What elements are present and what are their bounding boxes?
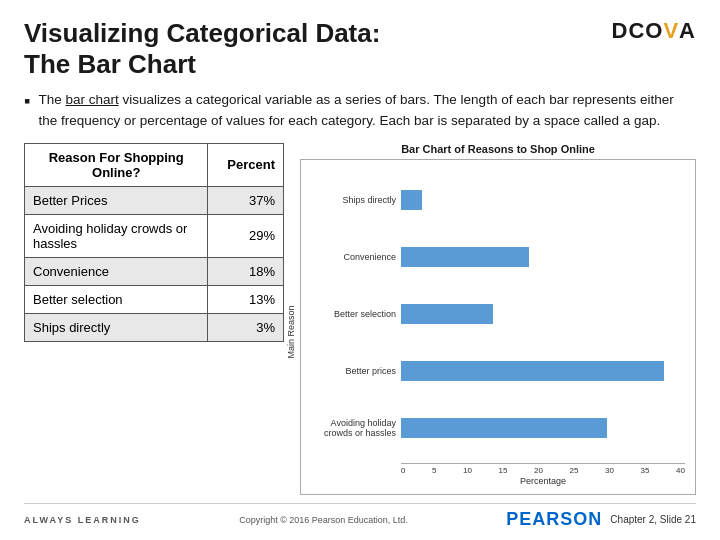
table-cell-reason: Avoiding holiday crowds or hassles bbox=[25, 214, 208, 257]
x-tick: 35 bbox=[641, 466, 650, 475]
table-header-percent: Percent bbox=[208, 143, 284, 186]
copyright: Copyright © 2016 Pearson Education, Ltd. bbox=[239, 515, 408, 525]
x-tick: 40 bbox=[676, 466, 685, 475]
dco-logo: DCOVA bbox=[612, 18, 696, 44]
bar-fill bbox=[401, 247, 529, 267]
table-cell-percent: 37% bbox=[208, 186, 284, 214]
bar-chart-term: bar chart bbox=[65, 92, 118, 107]
bar-label: Avoiding holiday crowds or hassles bbox=[301, 418, 396, 440]
bar-fill bbox=[401, 418, 607, 438]
bar-label: Convenience bbox=[301, 252, 396, 263]
x-tick: 5 bbox=[432, 466, 436, 475]
table-cell-reason: Better Prices bbox=[25, 186, 208, 214]
page: Visualizing Categorical Data: The Bar Ch… bbox=[0, 0, 720, 540]
chapter-label: Chapter 2, Slide 21 bbox=[610, 514, 696, 525]
table-cell-reason: Convenience bbox=[25, 257, 208, 285]
x-tick: 20 bbox=[534, 466, 543, 475]
bullet-section: ▪ The bar chart visualizes a categorical… bbox=[24, 90, 696, 131]
bar-row: Convenience bbox=[401, 243, 685, 271]
x-tick: 30 bbox=[605, 466, 614, 475]
logo-v: V bbox=[663, 18, 679, 44]
table-cell-reason: Ships directly bbox=[25, 313, 208, 341]
table-header-reason: Reason For Shopping Online? bbox=[25, 143, 208, 186]
y-axis-label: Main Reason bbox=[286, 287, 296, 377]
logo-dco-text: DCO bbox=[612, 18, 664, 44]
bar-fill bbox=[401, 304, 493, 324]
bullet-dot: ▪ bbox=[24, 88, 30, 115]
x-tick: 25 bbox=[570, 466, 579, 475]
x-tick: 10 bbox=[463, 466, 472, 475]
x-axis: 0510152025303540 bbox=[401, 466, 685, 475]
main-content: Reason For Shopping Online? Percent Bett… bbox=[24, 143, 696, 495]
data-table: Reason For Shopping Online? Percent Bett… bbox=[24, 143, 284, 342]
chart-area: Main Reason Ships directlyConvenienceBet… bbox=[300, 159, 696, 495]
title-block: Visualizing Categorical Data: The Bar Ch… bbox=[24, 18, 696, 80]
table-cell-percent: 18% bbox=[208, 257, 284, 285]
bar-row: Ships directly bbox=[401, 186, 685, 214]
bar-row: Better prices bbox=[401, 357, 685, 385]
chart-title: Bar Chart of Reasons to Shop Online bbox=[300, 143, 696, 155]
logo-a: A bbox=[679, 18, 696, 44]
bar-label: Better prices bbox=[301, 366, 396, 377]
table-cell-percent: 3% bbox=[208, 313, 284, 341]
chart-container: Bar Chart of Reasons to Shop Online Main… bbox=[300, 143, 696, 495]
title-line2: The Bar Chart bbox=[24, 49, 196, 79]
page-title: Visualizing Categorical Data: The Bar Ch… bbox=[24, 18, 380, 80]
table-cell-percent: 13% bbox=[208, 285, 284, 313]
pearson-logo: PEARSON bbox=[506, 509, 602, 530]
bullet-text: The bar chart visualizes a categorical v… bbox=[38, 90, 696, 131]
table-cell-percent: 29% bbox=[208, 214, 284, 257]
x-axis-line bbox=[401, 463, 685, 464]
table-cell-reason: Better selection bbox=[25, 285, 208, 313]
bar-label: Better selection bbox=[301, 309, 396, 320]
bar-fill bbox=[401, 361, 664, 381]
bar-row: Better selection bbox=[401, 300, 685, 328]
bars-container: Ships directlyConvenienceBetter selectio… bbox=[401, 168, 685, 461]
x-tick: 15 bbox=[499, 466, 508, 475]
bar-row: Avoiding holiday crowds or hassles bbox=[401, 414, 685, 442]
bar-fill bbox=[401, 190, 422, 210]
x-axis-label: Percentage bbox=[401, 476, 685, 486]
footer: ALWAYS LEARNING Copyright © 2016 Pearson… bbox=[24, 503, 696, 530]
bar-label: Ships directly bbox=[301, 195, 396, 206]
always-learning: ALWAYS LEARNING bbox=[24, 515, 141, 525]
title-line1: Visualizing Categorical Data: bbox=[24, 18, 380, 48]
x-tick: 0 bbox=[401, 466, 405, 475]
